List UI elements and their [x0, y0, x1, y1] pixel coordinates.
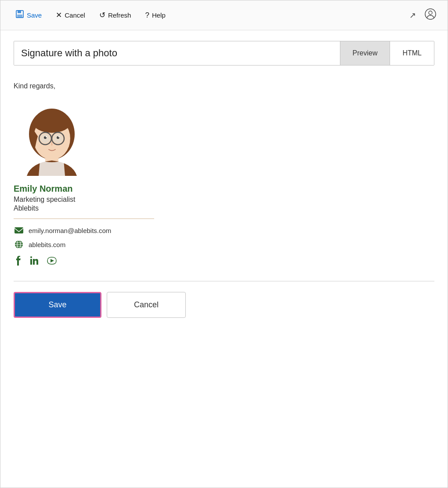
- svg-point-8: [33, 113, 70, 133]
- user-button[interactable]: [422, 6, 439, 25]
- svg-marker-25: [51, 259, 54, 262]
- expand-button[interactable]: ↗: [407, 8, 419, 23]
- website-text: ablebits.com: [29, 241, 65, 248]
- avatar: [14, 99, 90, 176]
- signature-area: Kind regards,: [14, 78, 434, 281]
- save-icon: [15, 10, 24, 21]
- website-row: ablebits.com: [14, 239, 434, 250]
- refresh-icon: ↺: [99, 11, 105, 20]
- save-button[interactable]: Save: [9, 6, 48, 24]
- bottom-separator: [14, 281, 434, 281]
- social-links: [14, 256, 434, 268]
- signature-title-input[interactable]: [14, 41, 340, 65]
- cancel-button[interactable]: ✕ Cancel: [50, 7, 91, 23]
- refresh-button[interactable]: ↺ Refresh: [93, 7, 137, 23]
- email-text: emily.norman@ablebits.com: [29, 227, 111, 234]
- bottom-save-button[interactable]: Save: [14, 292, 101, 318]
- bottom-cancel-button[interactable]: Cancel: [107, 292, 186, 318]
- linkedin-icon[interactable]: [29, 256, 39, 268]
- help-icon: ?: [145, 11, 149, 20]
- toolbar-right: ↗: [407, 6, 439, 25]
- main-content: Preview HTML Kind regards,: [0, 30, 448, 488]
- toolbar: Save ✕ Cancel ↺ Refresh ? Help ↗: [0, 0, 448, 30]
- user-icon: [425, 13, 436, 22]
- app-container: Save ✕ Cancel ↺ Refresh ? Help ↗: [0, 0, 448, 488]
- svg-point-16: [46, 136, 47, 137]
- preview-tab[interactable]: Preview: [340, 41, 390, 65]
- title-row: Preview HTML: [14, 41, 434, 66]
- svg-rect-2: [17, 15, 22, 17]
- email-icon: [14, 225, 24, 236]
- signature-company: Ablebits: [14, 204, 434, 212]
- svg-rect-18: [14, 227, 23, 233]
- html-tab[interactable]: HTML: [390, 41, 434, 65]
- svg-point-4: [429, 11, 432, 15]
- globe-icon: [14, 239, 24, 250]
- youtube-icon[interactable]: [46, 256, 58, 268]
- svg-rect-1: [18, 11, 21, 13]
- email-row: emily.norman@ablebits.com: [14, 225, 434, 236]
- signature-divider: [14, 219, 154, 219]
- svg-point-17: [58, 136, 59, 137]
- cancel-icon: ✕: [56, 11, 62, 20]
- signature-name: Emily Norman: [14, 184, 434, 194]
- greeting-text: Kind regards,: [14, 82, 434, 90]
- bottom-buttons: Save Cancel: [14, 292, 434, 331]
- signature-job-title: Marketing specialist: [14, 196, 434, 204]
- expand-icon: ↗: [409, 11, 416, 20]
- facebook-icon[interactable]: [14, 256, 22, 268]
- help-button[interactable]: ? Help: [139, 7, 171, 23]
